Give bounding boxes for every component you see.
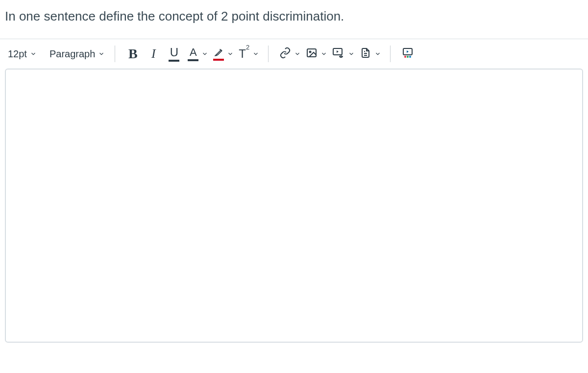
svg-point-9 — [404, 56, 406, 58]
toolbar-divider — [390, 46, 391, 62]
chevron-down-icon — [227, 50, 234, 57]
svg-point-1 — [310, 51, 311, 53]
font-size-label: 12pt — [8, 48, 27, 60]
svg-point-10 — [407, 56, 409, 58]
app-icon — [402, 47, 415, 61]
block-format-label: Paragraph — [49, 48, 95, 60]
highlight-icon — [213, 47, 224, 61]
underline-button[interactable]: U — [164, 44, 184, 64]
format-group: 12pt Paragraph — [6, 47, 107, 62]
app-button[interactable] — [398, 44, 418, 64]
toolbar: 12pt Paragraph B I — [0, 39, 588, 69]
editor-area-wrap — [0, 69, 588, 343]
bold-button[interactable]: B — [123, 44, 143, 64]
image-icon — [306, 47, 318, 61]
font-size-select[interactable]: 12pt — [6, 47, 39, 62]
toolbar-divider — [115, 46, 115, 62]
apps-group — [398, 44, 418, 64]
svg-point-11 — [409, 56, 411, 58]
link-icon — [279, 47, 291, 61]
svg-marker-8 — [407, 50, 409, 53]
superscript-icon: T2 — [239, 47, 249, 61]
block-format-select[interactable]: Paragraph — [48, 47, 107, 62]
editor-textarea[interactable] — [5, 69, 583, 343]
superscript-button[interactable]: T2 — [236, 44, 260, 64]
chevron-down-icon — [294, 50, 301, 57]
image-button[interactable] — [303, 44, 328, 64]
text-style-group: B I U A — [123, 44, 260, 64]
highlight-color-button[interactable] — [210, 44, 235, 64]
question-prompt: In one sentence define the concept of 2 … — [0, 0, 588, 39]
media-button[interactable] — [329, 44, 356, 64]
underline-icon: U — [169, 47, 179, 62]
bold-icon: B — [128, 46, 138, 62]
link-button[interactable] — [276, 44, 302, 64]
chevron-down-icon — [374, 50, 381, 57]
text-color-button[interactable]: A — [185, 44, 209, 64]
chevron-down-icon — [348, 50, 355, 57]
media-icon — [332, 47, 345, 61]
chevron-down-icon — [252, 50, 259, 57]
chevron-down-icon — [320, 50, 327, 57]
chevron-down-icon — [98, 50, 105, 57]
document-button[interactable] — [357, 44, 382, 64]
chevron-down-icon — [201, 50, 208, 57]
toolbar-divider — [268, 46, 269, 62]
svg-marker-3 — [337, 50, 339, 53]
italic-button[interactable]: I — [144, 44, 163, 64]
document-icon — [360, 47, 371, 61]
rich-text-editor: 12pt Paragraph B I — [0, 39, 588, 343]
text-color-icon: A — [188, 47, 198, 61]
chevron-down-icon — [30, 50, 37, 57]
italic-icon: I — [151, 47, 156, 61]
insert-group — [276, 44, 382, 64]
